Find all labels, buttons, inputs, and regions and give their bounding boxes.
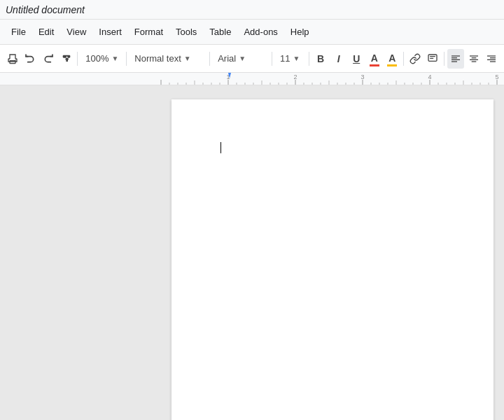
- title-bar: Untitled document: [0, 0, 504, 20]
- menu-view[interactable]: View: [61, 24, 92, 40]
- fontsize-dropdown-arrow: ▼: [293, 55, 300, 62]
- highlight-color-bar: [387, 64, 397, 66]
- font-dropdown[interactable]: Arial ▼: [213, 49, 269, 69]
- menu-format[interactable]: Format: [129, 24, 169, 40]
- highlight-icon: A: [388, 53, 396, 63]
- toolbar: 100% ▼ Normal text ▼ Arial ▼ 11 ▼ B I U …: [0, 45, 504, 73]
- text-color-icon: A: [371, 53, 378, 63]
- insert-link-button[interactable]: [407, 49, 424, 69]
- divider-1: [77, 52, 78, 66]
- sidebar: [0, 85, 161, 420]
- menu-bar: File Edit View Insert Format Tools Table…: [0, 20, 504, 45]
- svg-point-1: [15, 59, 15, 60]
- menu-table[interactable]: Table: [204, 24, 237, 40]
- align-right-button[interactable]: [483, 49, 500, 69]
- highlight-button[interactable]: A: [384, 49, 401, 69]
- print-button[interactable]: [4, 49, 21, 69]
- font-dropdown-arrow: ▼: [239, 55, 246, 62]
- menu-file[interactable]: File: [6, 24, 31, 40]
- undo-button[interactable]: [22, 49, 39, 69]
- divider-4: [272, 52, 272, 66]
- bold-button[interactable]: B: [312, 49, 329, 69]
- fontsize-dropdown[interactable]: 11 ▼: [275, 49, 306, 69]
- document-title[interactable]: Untitled document: [6, 4, 85, 15]
- divider-6: [403, 52, 404, 66]
- zoom-dropdown[interactable]: 100% ▼: [80, 49, 123, 69]
- ruler-canvas: [0, 73, 504, 85]
- ruler: [0, 73, 504, 85]
- insert-comment-button[interactable]: [425, 49, 442, 69]
- menu-help[interactable]: Help: [285, 24, 315, 40]
- align-left-button[interactable]: [447, 49, 464, 69]
- divider-2: [126, 52, 127, 66]
- document-page[interactable]: [172, 99, 493, 420]
- text-color-button[interactable]: A: [366, 49, 383, 69]
- italic-button[interactable]: I: [330, 49, 347, 69]
- menu-addons[interactable]: Add-ons: [238, 24, 283, 40]
- document-area[interactable]: [161, 85, 504, 420]
- align-center-button[interactable]: [465, 49, 482, 69]
- text-cursor: [220, 142, 221, 153]
- style-dropdown[interactable]: Normal text ▼: [130, 49, 206, 69]
- underline-button[interactable]: U: [348, 49, 365, 69]
- menu-tools[interactable]: Tools: [170, 24, 202, 40]
- divider-3: [209, 52, 210, 66]
- paint-format-button[interactable]: [58, 49, 75, 69]
- menu-edit[interactable]: Edit: [33, 24, 59, 40]
- divider-7: [444, 52, 444, 66]
- text-color-bar: [370, 64, 379, 66]
- menu-insert[interactable]: Insert: [93, 24, 127, 40]
- style-dropdown-arrow: ▼: [184, 55, 191, 62]
- main-area: [0, 85, 504, 420]
- redo-button[interactable]: [40, 49, 57, 69]
- divider-5: [309, 52, 309, 66]
- zoom-dropdown-arrow: ▼: [112, 55, 119, 62]
